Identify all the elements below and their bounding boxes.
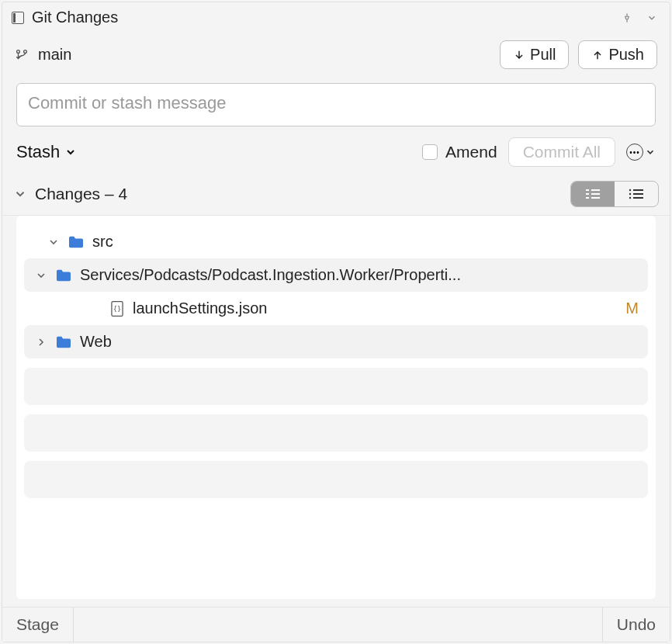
pull-button[interactable]: Pull — [500, 40, 569, 69]
stash-dropdown[interactable]: Stash — [16, 142, 77, 162]
ellipsis-icon: ••• — [626, 144, 643, 161]
panel-menu-chevron-icon[interactable] — [643, 9, 660, 26]
checkbox-box — [422, 144, 438, 160]
folder-icon — [68, 235, 85, 249]
placeholder-row — [24, 368, 648, 405]
tree-label: Web — [80, 333, 637, 351]
svg-point-12 — [629, 197, 631, 199]
commit-all-button[interactable]: Commit All — [508, 137, 615, 167]
folder-icon — [55, 335, 72, 349]
json-file-icon: {} — [109, 300, 125, 317]
push-label: Push — [608, 46, 644, 64]
tree-view-icon — [584, 187, 602, 201]
list-view-toggle[interactable] — [615, 182, 658, 206]
changes-count-label: Changes – 4 — [35, 185, 563, 203]
svg-point-8 — [629, 189, 631, 191]
panel-title: Git Changes — [32, 9, 611, 26]
git-changes-panel: Git Changes main Pull Push Stash — [2, 2, 670, 642]
svg-point-1 — [24, 50, 27, 53]
push-button[interactable]: Push — [578, 40, 657, 69]
footer-bar: Stage Undo — [2, 607, 670, 642]
view-mode-toggle — [570, 181, 659, 207]
arrow-up-icon — [591, 48, 604, 62]
tree-view-toggle[interactable] — [571, 182, 615, 206]
file-status-modified: M — [625, 299, 645, 317]
stash-label: Stash — [16, 142, 60, 162]
chevron-down-icon — [645, 147, 656, 158]
changes-header: Changes – 4 — [2, 176, 670, 216]
branch-icon — [15, 47, 29, 63]
panel-icon — [12, 12, 24, 24]
chevron-right-icon[interactable] — [35, 336, 47, 348]
branch-bar: main Pull Push — [2, 33, 670, 80]
more-actions-button[interactable]: ••• — [626, 144, 656, 161]
commit-message-box[interactable] — [16, 83, 656, 126]
chevron-down-icon — [64, 146, 77, 158]
tree-label: launchSettings.json — [133, 299, 618, 317]
placeholder-row — [24, 414, 648, 452]
amend-checkbox[interactable]: Amend — [422, 143, 497, 161]
amend-label: Amend — [445, 143, 497, 161]
tree-folder-properties[interactable]: Services/Podcasts/Podcast.Ingestion.Work… — [24, 258, 648, 292]
undo-button[interactable]: Undo — [603, 608, 670, 642]
panel-titlebar: Git Changes — [2, 2, 670, 33]
svg-text:{}: {} — [113, 305, 121, 313]
tree-label: Services/Podcasts/Podcast.Ingestion.Work… — [80, 266, 637, 284]
changes-tree: src Services/Podcasts/Podcast.Ingestion.… — [16, 216, 656, 599]
stage-button[interactable]: Stage — [2, 608, 73, 642]
tree-label: src — [92, 233, 645, 251]
list-view-icon — [627, 187, 646, 201]
tree-folder-web[interactable]: Web — [24, 325, 648, 358]
arrow-down-icon — [513, 48, 525, 62]
action-bar: Stash Amend Commit All ••• — [2, 134, 670, 176]
tree-folder-src[interactable]: src — [16, 227, 656, 257]
changes-collapse-chevron-icon[interactable] — [13, 187, 27, 201]
pull-label: Pull — [530, 46, 556, 64]
svg-point-0 — [17, 50, 20, 53]
svg-point-10 — [629, 193, 631, 195]
folder-icon — [55, 268, 72, 282]
chevron-down-icon[interactable] — [35, 269, 47, 282]
pin-icon[interactable] — [618, 9, 636, 26]
commit-message-input[interactable] — [28, 93, 644, 113]
branch-name[interactable]: main — [38, 46, 490, 64]
chevron-down-icon[interactable] — [47, 236, 60, 248]
tree-file-launchsettings[interactable]: {} launchSettings.json M — [16, 293, 656, 324]
placeholder-row — [24, 461, 648, 498]
